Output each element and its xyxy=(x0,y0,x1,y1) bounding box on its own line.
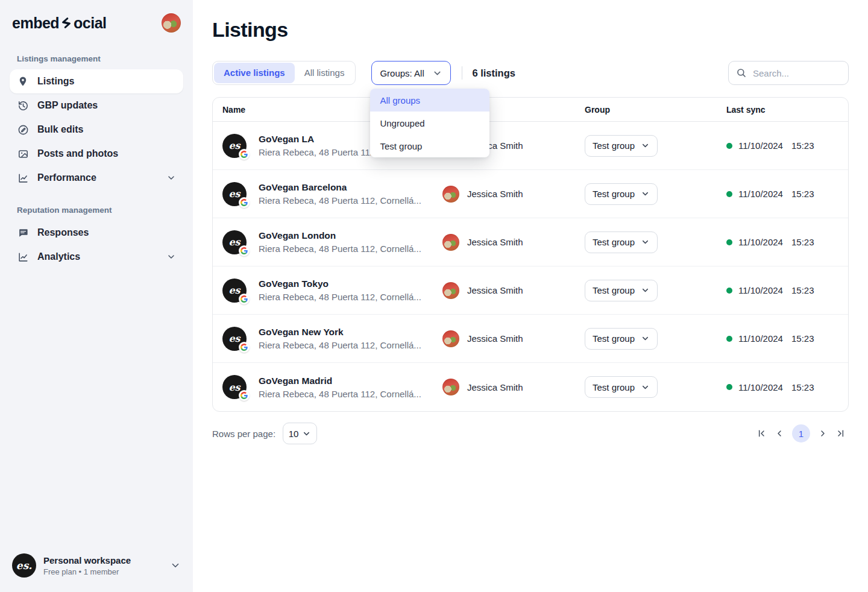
group-select[interactable]: Test group xyxy=(585,183,658,205)
listing-address: Riera Rebeca, 48 Puerta 112, Cornellá... xyxy=(259,244,421,254)
chevron-down-icon xyxy=(166,252,176,262)
sidebar-item-bulk-edits[interactable]: Bulk edits xyxy=(10,118,183,142)
listing-logo: es xyxy=(222,327,247,351)
column-header-last-sync: Last sync xyxy=(726,105,848,115)
group-cell: Test group xyxy=(585,376,726,398)
pagination-bar: Rows per page: 10 1 xyxy=(212,423,849,444)
last-page-button[interactable] xyxy=(833,426,849,441)
group-cell: Test group xyxy=(585,280,726,301)
sync-status-dot xyxy=(726,384,732,390)
group-cell: Test group xyxy=(585,231,726,253)
group-label: Test group xyxy=(593,237,635,247)
logo-s-glyph xyxy=(60,16,73,30)
listing-address: Riera Rebeca, 48 Puerta 112, Cornellá... xyxy=(259,389,421,399)
table-row[interactable]: es GoVegan Barcelona Riera Rebeca, 48 Pu… xyxy=(213,170,848,218)
controls-bar: Active listings All listings Groups: All… xyxy=(212,61,849,85)
sync-time: 15:23 xyxy=(791,237,814,247)
chevron-down-icon xyxy=(641,286,650,295)
sidebar-item-analytics[interactable]: Analytics xyxy=(10,245,183,269)
sidebar-item-label: Posts and photos xyxy=(37,148,118,159)
table-row[interactable]: es GoVegan London Riera Rebeca, 48 Puert… xyxy=(213,218,848,266)
chat-icon xyxy=(17,227,29,239)
google-icon xyxy=(239,390,250,401)
sidebar-item-responses[interactable]: Responses xyxy=(10,221,183,245)
listing-name: GoVegan London xyxy=(259,230,421,241)
sync-status-dot xyxy=(726,288,732,294)
listing-address: Riera Rebeca, 48 Puerta 112, Cornellá... xyxy=(259,195,421,206)
menu-item-test-group[interactable]: Test group xyxy=(370,134,489,157)
group-label: Test group xyxy=(593,382,635,392)
account-avatar xyxy=(442,282,459,299)
map-pin-icon xyxy=(17,75,29,87)
history-icon xyxy=(17,99,29,112)
workspace-members: 1 member xyxy=(84,567,119,576)
google-icon xyxy=(239,149,250,160)
table-row[interactable]: es GoVegan Madrid Riera Rebeca, 48 Puert… xyxy=(213,363,848,411)
rows-per-page-value: 10 xyxy=(289,429,299,439)
sidebar-item-label: Analytics xyxy=(37,251,80,262)
rows-per-page-select[interactable]: 10 xyxy=(283,423,317,444)
group-select[interactable]: Test group xyxy=(585,328,658,350)
search-input[interactable] xyxy=(753,68,841,78)
listing-text: GoVegan New York Riera Rebeca, 48 Puerta… xyxy=(259,327,421,350)
account-avatar xyxy=(442,379,459,395)
sync-time: 15:23 xyxy=(791,285,814,295)
chevron-down-icon xyxy=(641,189,650,198)
listing-logo: es xyxy=(222,182,247,206)
group-cell: Test group xyxy=(585,328,726,350)
groups-dropdown-menu: All groups Ungrouped Test group xyxy=(370,89,489,157)
search-box xyxy=(728,61,849,85)
group-select[interactable]: Test group xyxy=(585,231,658,253)
photo-icon xyxy=(17,148,29,160)
column-header-group: Group xyxy=(585,105,726,115)
sidebar-item-listings[interactable]: Listings xyxy=(10,69,183,93)
listing-logo: es xyxy=(222,134,247,158)
menu-item-ungrouped[interactable]: Ungrouped xyxy=(370,112,489,134)
sidebar-item-gbp-updates[interactable]: GBP updates xyxy=(10,93,183,118)
groups-dropdown-label: Groups: All xyxy=(380,68,424,78)
first-page-button[interactable] xyxy=(753,426,769,441)
tab-active-listings[interactable]: Active listings xyxy=(214,63,295,83)
group-select[interactable]: Test group xyxy=(585,135,658,157)
table-row[interactable]: es GoVegan New York Riera Rebeca, 48 Pue… xyxy=(213,315,848,363)
account-name: Jessica Smith xyxy=(467,189,523,199)
listing-name: GoVegan Tokyo xyxy=(259,279,421,289)
table-row[interactable]: es GoVegan LA Riera Rebeca, 48 Puerta 11… xyxy=(213,122,848,170)
next-page-button[interactable] xyxy=(815,426,831,441)
previous-page-button[interactable] xyxy=(772,426,787,441)
account-cell: Jessica Smith xyxy=(442,234,585,251)
section-label-listings-management: Listings management xyxy=(0,54,193,63)
group-select[interactable]: Test group xyxy=(585,376,658,398)
last-sync-cell: 11/10/2024 15:23 xyxy=(726,333,848,344)
listing-logo: es xyxy=(222,375,247,399)
sidebar-item-label: Responses xyxy=(37,227,89,238)
sidebar-nav-reputation: Responses Analytics xyxy=(0,221,193,269)
workspace-switcher[interactable]: es. Personal workspace Free plan • 1 mem… xyxy=(0,553,193,578)
sidebar-item-label: Performance xyxy=(37,172,96,183)
sync-date: 11/10/2024 xyxy=(738,237,783,247)
listing-text: GoVegan Tokyo Riera Rebeca, 48 Puerta 11… xyxy=(259,279,421,302)
account-cell: Jessica Smith xyxy=(442,379,585,395)
menu-item-all-groups[interactable]: All groups xyxy=(370,89,489,112)
user-avatar[interactable] xyxy=(162,13,181,33)
listing-name-cell: es GoVegan Barcelona Riera Rebeca, 48 Pu… xyxy=(222,182,442,206)
tab-all-listings[interactable]: All listings xyxy=(295,63,354,83)
sidebar-nav-listings: Listings GBP updates Bulk edits Posts an… xyxy=(0,69,193,190)
current-page-indicator[interactable]: 1 xyxy=(792,424,810,442)
groups-dropdown-button[interactable]: Groups: All xyxy=(371,61,451,85)
account-avatar xyxy=(442,234,459,251)
listing-address: Riera Rebeca, 48 Puerta 112, Cornellá... xyxy=(259,292,421,302)
sync-date: 11/10/2024 xyxy=(738,333,783,344)
group-label: Test group xyxy=(593,189,635,199)
listing-logo: es xyxy=(222,230,247,254)
listing-name: GoVegan New York xyxy=(259,327,421,338)
divider xyxy=(462,66,462,80)
listing-tabs: Active listings All listings xyxy=(212,61,356,85)
sidebar-item-posts-and-photos[interactable]: Posts and photos xyxy=(10,142,183,166)
sidebar-item-performance[interactable]: Performance xyxy=(10,166,183,190)
group-cell: Test group xyxy=(585,183,726,205)
section-label-reputation-management: Reputation management xyxy=(0,206,193,215)
chevron-down-icon xyxy=(166,173,176,183)
table-row[interactable]: es GoVegan Tokyo Riera Rebeca, 48 Puerta… xyxy=(213,266,848,315)
group-select[interactable]: Test group xyxy=(585,280,658,301)
